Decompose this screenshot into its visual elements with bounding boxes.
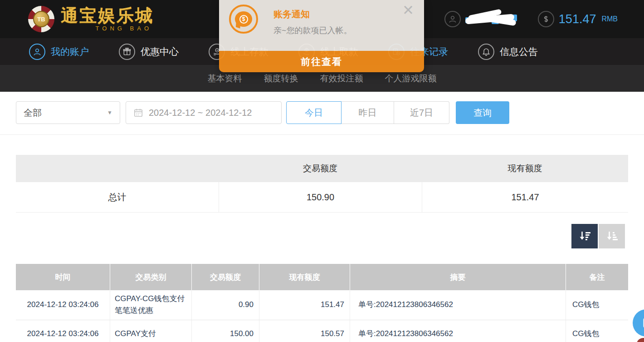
- sort-ascending-icon: [605, 229, 619, 243]
- col-header-summary: 摘要: [350, 264, 566, 290]
- cell-type: CGPAY-CG钱包支付笔笔送优惠: [110, 290, 192, 320]
- user-icon: [29, 44, 45, 60]
- col-header-balance: 现有额度: [259, 264, 350, 290]
- cell-amount: 0.90: [192, 290, 259, 320]
- balance[interactable]: 151.47 RMB: [538, 11, 618, 27]
- user-account[interactable]: [444, 11, 518, 27]
- query-button[interactable]: 查询: [456, 101, 509, 124]
- floating-red-badge[interactable]: [637, 338, 644, 342]
- yesterday-button[interactable]: 昨日: [342, 101, 394, 124]
- money-message-icon: $: [229, 5, 258, 34]
- cell-amount: 150.00: [192, 320, 259, 342]
- cell-balance: 150.57: [259, 320, 350, 342]
- nav-item-promotions[interactable]: 优惠中心: [119, 44, 179, 60]
- close-icon[interactable]: ✕: [402, 2, 414, 19]
- date-range-input[interactable]: 2024-12-12 ~ 2024-12-12: [126, 101, 282, 124]
- username-redacted: [465, 12, 518, 26]
- col-header-note: 备注: [566, 264, 628, 290]
- cell-time: 2024-12-12 03:24:06: [16, 290, 110, 320]
- brand-title: 通宝娱乐城: [61, 7, 154, 24]
- subnav-credit-transfer[interactable]: 额度转换: [264, 73, 298, 84]
- cell-time: 2024-12-12 03:24:06: [16, 320, 110, 342]
- summary-total-current: 151.47: [422, 182, 628, 212]
- calendar-icon: [133, 108, 143, 118]
- notification-message: 亲~您的款项已入帐。: [273, 25, 352, 36]
- notification-panel: $ 账务通知 亲~您的款项已入帐。 ✕: [219, 0, 424, 51]
- cell-type: CGPAY支付: [110, 320, 192, 342]
- nav-item-my-account[interactable]: 我的账户: [29, 44, 89, 60]
- user-icon: [444, 11, 461, 27]
- summary-header-current: 现有额度: [422, 163, 628, 174]
- sort-descending-icon: [578, 229, 591, 243]
- sort-descending-button[interactable]: [571, 224, 598, 248]
- balance-amount: 151.47: [559, 12, 596, 26]
- cell-note: CG钱包: [566, 320, 628, 342]
- customer-service-button[interactable]: [633, 309, 644, 337]
- summary-total-label: 总计: [16, 182, 219, 212]
- subnav-valid-bets[interactable]: 有效投注额: [320, 73, 363, 84]
- nav-label: 优惠中心: [141, 45, 179, 58]
- go-view-button[interactable]: 前往查看: [219, 51, 424, 72]
- balance-currency: RMB: [601, 15, 618, 23]
- summary-total-transaction: 150.90: [219, 182, 422, 212]
- casino-chip-icon: TB: [28, 6, 54, 32]
- col-header-amount: 交易额度: [192, 264, 259, 290]
- quick-date-group: 今日 昨日 近7日: [286, 101, 449, 124]
- summary-header-transaction: 交易额度: [219, 163, 422, 174]
- chevron-down-icon: ▼: [107, 109, 112, 116]
- transactions-table: 时间 交易类别 交易额度 现有额度 摘要 备注 2024-12-12 03:24…: [16, 264, 628, 342]
- type-dropdown[interactable]: 全部 ▼: [16, 101, 120, 124]
- sort-controls: [0, 224, 625, 248]
- sort-ascending-button[interactable]: [599, 224, 625, 248]
- brand-subtitle: TONG BAO: [96, 25, 152, 32]
- dollar-icon: [538, 11, 554, 27]
- chip-monogram: TB: [33, 11, 49, 27]
- cell-summary: 单号:202412123806346562: [350, 290, 566, 320]
- col-header-type: 交易类别: [110, 264, 192, 290]
- subnav-basic-info[interactable]: 基本资料: [208, 73, 242, 84]
- nav-label: 信息公告: [500, 45, 538, 58]
- nav-label: 我的账户: [51, 45, 89, 58]
- table-row: 2024-12-12 03:24:06 CGPAY-CG钱包支付笔笔送优惠 0.…: [16, 290, 628, 320]
- transactions-header-row: 时间 交易类别 交易额度 现有额度 摘要 备注: [16, 264, 628, 290]
- bell-icon: [478, 44, 494, 60]
- summary-table: 交易额度 现有额度 总计 150.90 151.47: [16, 155, 628, 213]
- table-row: 2024-12-12 03:24:06 CGPAY支付 150.00 150.5…: [16, 320, 628, 342]
- phone-icon: [640, 317, 644, 329]
- notification-popup: $ 账务通知 亲~您的款项已入帐。 ✕ 前往查看: [219, 0, 424, 72]
- notification-title: 账务通知: [273, 8, 310, 20]
- subnav-game-limits[interactable]: 个人游戏限额: [385, 73, 437, 84]
- summary-total-row: 总计 150.90 151.47: [16, 182, 628, 213]
- cell-summary: 单号:202412123806346562: [350, 320, 566, 342]
- last7days-button[interactable]: 近7日: [394, 101, 449, 124]
- type-dropdown-value: 全部: [24, 107, 42, 119]
- nav-item-announcements[interactable]: 信息公告: [478, 44, 538, 60]
- page: TB 通宝娱乐城 TONG BAO: [0, 0, 644, 342]
- today-button[interactable]: 今日: [286, 101, 342, 124]
- date-range-value: 2024-12-12 ~ 2024-12-12: [149, 108, 252, 118]
- filter-bar: 全部 ▼ 2024-12-12 ~ 2024-12-12 今日 昨日 近7日 查…: [0, 92, 644, 135]
- cell-balance: 151.47: [259, 290, 350, 320]
- brand-logo[interactable]: TB 通宝娱乐城 TONG BAO: [28, 6, 154, 32]
- col-header-time: 时间: [16, 264, 110, 290]
- gift-icon: [119, 44, 135, 60]
- summary-header-row: 交易额度 现有额度: [16, 155, 628, 182]
- cell-note: CG钱包: [566, 290, 628, 320]
